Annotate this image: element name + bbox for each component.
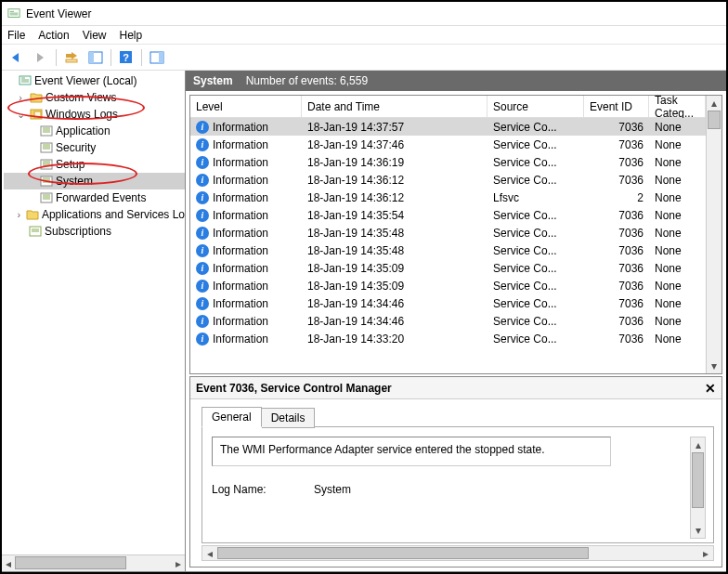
tree-subscriptions[interactable]: Subscriptions [4, 223, 185, 240]
cell-category: None [649, 262, 706, 275]
scroll-right-icon[interactable]: ▸ [698, 546, 713, 560]
cell-level: Information [213, 333, 268, 346]
info-icon: i [196, 297, 209, 310]
title-bar: Event Viewer [2, 2, 726, 26]
properties-button[interactable] [84, 47, 107, 68]
table-row[interactable]: iInformation18-Jan-19 14:35:09Service Co… [190, 277, 706, 294]
log-name: System [193, 74, 233, 87]
cell-level: Information [213, 174, 268, 187]
table-row[interactable]: iInformation18-Jan-19 14:36:12Service Co… [190, 171, 706, 189]
tree-application[interactable]: Application [4, 123, 185, 139]
table-row[interactable]: iInformation18-Jan-19 14:36:12Lfsvc2None [190, 189, 706, 206]
tree-label: Forwarded Events [56, 191, 146, 204]
info-icon: i [196, 227, 209, 240]
menu-help[interactable]: Help [120, 29, 143, 42]
logname-key: Log Name: [212, 483, 286, 496]
tree-label: Security [56, 141, 96, 154]
grid-body: iInformation18-Jan-19 14:37:57Service Co… [190, 118, 706, 373]
cell-source: Service Co... [488, 121, 584, 134]
col-category[interactable]: Task Categ... [649, 96, 706, 117]
tab-general[interactable]: General [202, 407, 262, 427]
logname-value: System [314, 483, 351, 496]
tab-details[interactable]: Details [262, 408, 316, 428]
event-message-box: The WMI Performance Adapter service ente… [212, 437, 611, 466]
scroll-down-icon[interactable]: ▾ [707, 359, 722, 373]
grid-vertical-scrollbar[interactable]: ▴ ▾ [706, 96, 722, 373]
cell-level: Information [213, 121, 268, 134]
scroll-up-icon[interactable]: ▴ [691, 437, 705, 452]
cell-event-id: 7036 [584, 209, 649, 222]
menu-file[interactable]: File [7, 29, 25, 42]
scrollbar-thumb[interactable] [692, 452, 704, 508]
back-button[interactable] [6, 47, 28, 68]
table-row[interactable]: iInformation18-Jan-19 14:33:20Service Co… [190, 330, 706, 347]
cell-event-id: 7036 [584, 297, 649, 310]
tree-setup[interactable]: Setup [4, 156, 185, 173]
tree[interactable]: Event Viewer (Local) › Custom Views ⌄ Wi… [2, 71, 185, 554]
cell-source: Service Co... [488, 138, 584, 151]
cell-source: Service Co... [488, 209, 584, 222]
scrollbar-thumb[interactable] [217, 547, 589, 559]
svg-rect-1 [66, 59, 77, 62]
help-button[interactable]: ? [115, 47, 137, 68]
tree-windows-logs[interactable]: ⌄ Windows Logs [4, 106, 185, 123]
scroll-right-icon[interactable]: ▸ [172, 555, 185, 571]
event-grid-wrap: Level Date and Time Source Event ID Task… [189, 95, 722, 374]
table-row[interactable]: iInformation18-Jan-19 14:37:57Service Co… [190, 118, 706, 136]
table-row[interactable]: iInformation18-Jan-19 14:35:09Service Co… [190, 259, 706, 277]
cell-level: Information [213, 262, 268, 275]
scroll-left-icon[interactable]: ◂ [202, 546, 217, 560]
tree-horizontal-scrollbar[interactable]: ◂ ▸ [2, 554, 185, 571]
cell-event-id: 7036 [584, 315, 649, 328]
detail-vertical-scrollbar[interactable]: ▴ ▾ [690, 437, 706, 539]
tree-label: Subscriptions [45, 225, 111, 238]
scroll-up-icon[interactable]: ▴ [707, 96, 722, 111]
table-row[interactable]: iInformation18-Jan-19 14:34:46Service Co… [190, 312, 706, 330]
cell-category: None [649, 121, 706, 134]
menu-view[interactable]: View [83, 29, 107, 42]
event-grid[interactable]: Level Date and Time Source Event ID Task… [190, 96, 706, 373]
close-button[interactable]: ✕ [705, 381, 716, 396]
tree-security[interactable]: Security [4, 139, 185, 156]
show-hide-tree-button[interactable] [60, 47, 83, 68]
col-level[interactable]: Level [190, 96, 302, 117]
menu-action[interactable]: Action [38, 29, 69, 42]
tree-pane: Event Viewer (Local) › Custom Views ⌄ Wi… [2, 71, 186, 571]
action-pane-button[interactable] [146, 47, 168, 68]
tree-custom-views[interactable]: › Custom Views [4, 89, 185, 106]
info-icon: i [196, 121, 209, 134]
cell-level: Information [213, 138, 268, 151]
table-row[interactable]: iInformation18-Jan-19 14:37:46Service Co… [190, 136, 706, 153]
cell-level: Information [213, 156, 268, 169]
expand-icon[interactable]: › [15, 92, 26, 103]
tab-general-pane: The WMI Performance Adapter service ente… [202, 426, 714, 543]
collapse-icon[interactable]: ⌄ [15, 109, 26, 121]
table-row[interactable]: iInformation18-Jan-19 14:35:48Service Co… [190, 241, 706, 259]
table-row[interactable]: iInformation18-Jan-19 14:36:19Service Co… [190, 153, 706, 171]
col-event-id[interactable]: Event ID [584, 96, 649, 117]
table-row[interactable]: iInformation18-Jan-19 14:35:54Service Co… [190, 206, 706, 224]
tree-forwarded[interactable]: Forwarded Events [4, 189, 185, 206]
event-detail-pane: Event 7036, Service Control Manager ✕ Ge… [189, 376, 722, 567]
detail-horizontal-scrollbar[interactable]: ◂ ▸ [202, 545, 714, 561]
cell-source: Service Co... [488, 297, 584, 310]
svg-rect-7 [159, 52, 163, 63]
scrollbar-thumb[interactable] [15, 556, 126, 569]
forward-button[interactable] [30, 47, 52, 68]
col-date[interactable]: Date and Time [302, 96, 488, 117]
log-header: System Number of events: 6,559 [186, 71, 726, 91]
tree-apps-services[interactable]: › Applications and Services Lo [4, 206, 185, 223]
table-row[interactable]: iInformation18-Jan-19 14:35:48Service Co… [190, 224, 706, 241]
cell-category: None [649, 174, 706, 187]
event-message: The WMI Performance Adapter service ente… [220, 443, 545, 456]
expand-icon[interactable]: › [15, 209, 23, 220]
table-row[interactable]: iInformation18-Jan-19 14:34:46Service Co… [190, 294, 706, 312]
cell-date: 18-Jan-19 14:36:19 [302, 156, 488, 169]
tree-system[interactable]: System [4, 173, 185, 189]
scroll-down-icon[interactable]: ▾ [691, 523, 705, 538]
cell-date: 18-Jan-19 14:36:12 [302, 191, 488, 204]
tree-root[interactable]: Event Viewer (Local) [4, 72, 185, 89]
scroll-left-icon[interactable]: ◂ [2, 555, 15, 571]
col-source[interactable]: Source [488, 96, 584, 117]
scrollbar-thumb[interactable] [708, 111, 721, 129]
